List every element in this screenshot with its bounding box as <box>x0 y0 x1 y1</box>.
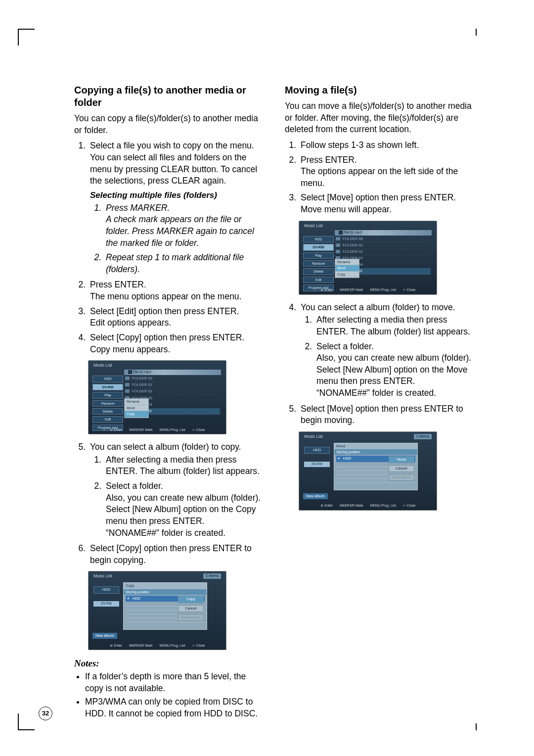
list-item: FOLDER 00 <box>335 236 431 242</box>
chip-random: Random <box>92 400 123 407</box>
chip-delete: Delete <box>92 408 123 415</box>
chip-play: Play <box>92 392 123 398</box>
ui-title: Music List <box>93 573 112 579</box>
steps-moving-cont: You can select a album (folder) to move.… <box>285 302 475 426</box>
footer-menu: MENU Prog. List <box>160 644 185 647</box>
sub-step2: Repeat step 1 to mark additional file (f… <box>104 252 264 275</box>
popup-rename: Rename <box>335 259 359 265</box>
step5-1: After selecting a media then press ENTER… <box>104 454 264 477</box>
steps-copying: Select a file you wish to copy on the me… <box>74 140 264 355</box>
crop-mark-top-right <box>470 29 477 36</box>
footer-close: ⇦ Close <box>403 288 416 291</box>
popup-copy: Copy <box>335 272 359 278</box>
footer-enter: ⭘ Enter <box>320 504 333 507</box>
chip-new-album: New album <box>92 633 117 639</box>
footer-enter: ⭘ Enter <box>320 288 333 291</box>
chip-new-album: New album <box>303 493 328 499</box>
m-step4-text: You can select a album (folder) to move. <box>301 302 455 312</box>
modal-title: Move <box>334 443 417 449</box>
steps-copying-cont: You can select a album (folder) to copy.… <box>74 441 264 566</box>
modal-subtitle: Storing position <box>124 589 207 595</box>
copy-modal: Copy Storing position HDD Copy Cancel Ne… <box>123 582 207 630</box>
popup-rename: Rename <box>125 399 148 405</box>
ui-footer: ⭘ Enter MARKER Mark MENU Prog. List ⇦ Cl… <box>299 287 437 292</box>
btn-copy: Copy <box>178 596 204 603</box>
note-icon <box>128 370 132 374</box>
screenshot-move-dialog: Music List 1 Items HDD DV-RW New album M… <box>299 431 437 511</box>
step5-2: Select a folder. Also, you can create ne… <box>104 480 264 539</box>
chip-hdd: HDD <box>304 447 330 454</box>
note-icon <box>339 231 343 235</box>
btn-cancel: Cancel <box>178 605 204 612</box>
step4: Select [Copy] option then press ENTER. C… <box>88 332 264 355</box>
chip-hdd: HDD <box>93 586 119 593</box>
crop-mark-top-left <box>18 29 35 46</box>
ui-item-count: 1 Items <box>203 573 221 579</box>
footer-mark: MARKER Mark <box>129 428 152 431</box>
ui-edit-popup: Rename Move Copy <box>124 398 149 418</box>
step2: Press ENTER. The menu options appear on … <box>88 279 264 302</box>
m-step4-2: Select a folder. Also, you can create ne… <box>314 341 475 399</box>
m-step4: You can select a album (folder) to move.… <box>299 302 475 399</box>
footer-close: ⇦ Close <box>192 644 205 647</box>
page-number: 32 <box>39 707 52 720</box>
m-step1: Follow steps 1-3 as shown left. <box>299 140 475 151</box>
popup-copy: Copy <box>125 411 148 417</box>
ui-header-row: File 01.mp3 <box>335 230 432 236</box>
popup-move: Move <box>125 405 148 411</box>
footer-mark: MARKER Mark <box>340 504 363 507</box>
notes-heading: Notes: <box>74 657 264 670</box>
heading-moving: Moving a file(s) <box>285 84 475 96</box>
step1: Select a file you wish to copy on the me… <box>88 140 264 275</box>
move-modal: Move Storing position HDD Move Cancel Ne… <box>334 443 418 490</box>
chip-hdd: HDD <box>92 376 123 382</box>
ui-title: Music List <box>304 223 323 229</box>
footer-menu: MENU Prog. List <box>370 288 396 291</box>
chip-dvd: DV-RW <box>93 601 119 607</box>
sub-step1: Press MARKER. A check mark appears on th… <box>104 202 264 249</box>
step5-text: You can select a album (folder) to copy. <box>90 442 241 452</box>
chip-random: Random <box>303 260 334 267</box>
footer-mark: MARKER Mark <box>340 288 363 291</box>
m-step4-1: After selecting a media then press ENTER… <box>314 314 475 337</box>
left-column: Copying a file(s) to another media or fo… <box>74 84 264 722</box>
step1-text: Select a file you wish to copy on the me… <box>90 141 257 186</box>
step5-sub: After selecting a media then press ENTER… <box>90 454 264 539</box>
btn-new-album: New album <box>389 474 414 481</box>
ui-footer: ⭘ Enter MARKER Mark MENU Prog. List ⇦ Cl… <box>299 503 437 508</box>
footer-close: ⇦ Close <box>403 504 416 507</box>
step3: Select [Edit] option then press ENTER. E… <box>88 306 264 329</box>
chip-dvd: DV-RW <box>92 384 123 390</box>
screenshot-copy-dialog: Music List 1 Items HDD DV-RW New album C… <box>88 571 226 650</box>
footer-menu: MENU Prog. List <box>370 504 396 507</box>
ui-title: Music List <box>93 363 112 368</box>
crop-mark-bottom-left <box>18 713 35 730</box>
screenshot-move-menu: Music List File 01.mp3 HDD DV-RW Play Ra… <box>299 221 437 295</box>
right-column: Moving a file(s) You can move a file(s)/… <box>285 84 475 722</box>
ui-edit-popup: Rename Move Copy <box>335 259 359 278</box>
ui-header-row: File 01.mp3 <box>124 370 221 375</box>
chip-delete: Delete <box>303 268 334 275</box>
heading-copying: Copying a file(s) to another media or fo… <box>74 84 264 109</box>
list-item: FOLDER 00 <box>124 376 220 382</box>
popup-move: Move <box>335 265 359 271</box>
steps-moving: Follow steps 1-3 as shown left. Press EN… <box>285 140 475 216</box>
m-step4-sub: After selecting a media then press ENTER… <box>301 314 475 399</box>
chip-dvd: DV-RW <box>303 244 334 250</box>
footer-enter: ⭘ Enter <box>110 428 123 431</box>
modal-buttons: Copy Cancel New album <box>178 596 204 620</box>
step5: You can select a album (folder) to copy.… <box>88 441 264 539</box>
modal-title: Copy <box>124 583 207 589</box>
footer-menu: MENU Prog. List <box>160 428 185 431</box>
chip-edit: Edit <box>303 277 334 283</box>
footer-enter: ⭘ Enter <box>110 644 123 647</box>
ui-footer: ⭘ Enter MARKER Mark MENU Prog. List ⇦ Cl… <box>89 643 226 648</box>
note-1: If a folder’s depth is more than 5 level… <box>85 671 264 694</box>
chip-hdd: HDD <box>303 236 334 242</box>
m-step3: Select [Move] option then press ENTER. M… <box>299 192 475 215</box>
ui-sidebar: HDD DV-RW Play Random Delete Edit Progra… <box>92 376 123 432</box>
chip-edit: Edit <box>92 416 123 423</box>
chip-play: Play <box>303 252 334 259</box>
modal-buttons: Move Cancel New album <box>389 456 414 481</box>
list-item: FOLDER 01 <box>335 242 431 249</box>
